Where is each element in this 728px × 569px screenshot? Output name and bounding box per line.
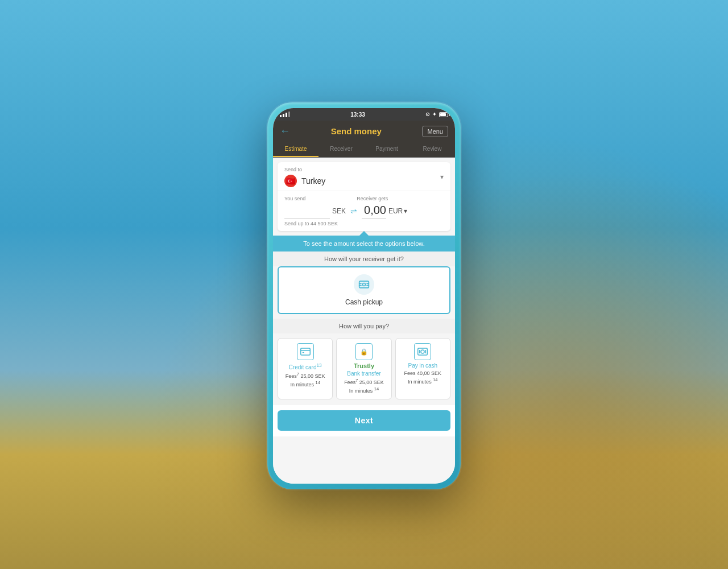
app-content: Send to 🇹🇷 Turkey ▾ xyxy=(273,158,455,484)
receive-currency-select[interactable]: EUR ▾ xyxy=(388,207,407,215)
chevron-down-icon: ▾ xyxy=(440,173,444,181)
info-banner: To see the amount select the options bel… xyxy=(273,236,455,251)
battery-fill xyxy=(440,113,446,116)
svg-rect-2 xyxy=(300,348,310,355)
tab-bar: Estimate Receiver Payment Review xyxy=(273,142,455,158)
cash-pickup-svg xyxy=(358,279,370,290)
payment-options: Credit card13 Fees7 25,00 SEK In minutes… xyxy=(273,333,455,404)
amount-row: 100,00 SEK ⇌ 0,00 EUR xyxy=(284,204,444,218)
delivery-option-cash-pickup[interactable]: Cash pickup xyxy=(278,266,450,314)
svg-rect-0 xyxy=(359,281,369,288)
scene: 13:33 ⊙ ✦ ← Send money Menu xyxy=(0,0,728,569)
send-to-label: Send to xyxy=(284,167,436,172)
receive-amount-col: 0,00 xyxy=(362,204,386,218)
credit-card-icon xyxy=(297,343,314,360)
send-amount-input[interactable]: 100,00 xyxy=(284,204,330,217)
receiver-gets-label: Receiver gets xyxy=(357,196,388,201)
battery-icon xyxy=(439,112,448,117)
receive-amount: 0,00 xyxy=(364,204,386,217)
next-button-area: Next xyxy=(273,404,455,436)
next-button[interactable]: Next xyxy=(278,410,450,431)
swap-icon[interactable]: ⇌ xyxy=(350,207,357,216)
tab-estimate[interactable]: Estimate xyxy=(273,142,318,157)
svg-point-1 xyxy=(363,283,366,286)
receive-currency-label: EUR xyxy=(388,207,403,215)
delivery-section-label: How will your receiver get it? xyxy=(273,251,455,266)
menu-button[interactable]: Menu xyxy=(422,126,448,137)
send-currency: SEK xyxy=(332,207,346,215)
signal-indicator xyxy=(280,112,290,117)
trustly-icon: 🔒 xyxy=(355,343,373,360)
payment-option-bank-transfer[interactable]: 🔒 Trustly Bank transfer Fees7 25,00 SEK … xyxy=(336,338,391,399)
info-banner-text: To see the amount select the options bel… xyxy=(303,240,424,247)
amount-labels: You send Receiver gets xyxy=(284,196,444,201)
you-send-label: You send xyxy=(284,196,305,201)
pay-cash-svg xyxy=(417,348,428,356)
country-flag: 🇹🇷 xyxy=(284,175,297,187)
phone-outer: 13:33 ⊙ ✦ ← Send money Menu xyxy=(267,102,461,489)
tab-review[interactable]: Review xyxy=(410,142,455,157)
bluetooth-icon: ✦ xyxy=(432,112,437,117)
pay-in-cash-name: Pay in cash xyxy=(408,362,437,369)
location-icon: ⊙ xyxy=(425,112,430,117)
signal-bar-3 xyxy=(286,113,287,117)
bank-transfer-sublabel: Bank transfer xyxy=(347,370,380,377)
payment-option-credit-card[interactable]: Credit card13 Fees7 25,00 SEK In minutes… xyxy=(278,338,333,399)
currency-chevron-icon: ▾ xyxy=(404,207,407,215)
send-underline xyxy=(284,218,330,218)
status-icons: ⊙ ✦ xyxy=(425,112,448,117)
cash-pickup-label: Cash pickup xyxy=(345,298,383,306)
country-name: Turkey xyxy=(301,176,436,185)
send-to-row[interactable]: Send to 🇹🇷 Turkey ▾ xyxy=(278,162,450,191)
header-title: Send money xyxy=(331,126,382,136)
credit-card-name: Credit card13 xyxy=(289,362,322,370)
bank-transfer-name: Trustly xyxy=(354,362,374,369)
payment-section-label: How will you pay? xyxy=(273,319,455,333)
receive-underline xyxy=(362,218,386,218)
pay-in-cash-fees: Fees 40,00 SEK In minutes 14 xyxy=(404,370,442,385)
trustly-logo: 🔒 xyxy=(360,348,368,356)
signal-bar-1 xyxy=(280,115,282,117)
signal-bar-4 xyxy=(288,112,290,117)
credit-card-svg xyxy=(300,348,311,356)
send-amount-col: 100,00 xyxy=(284,204,330,218)
tab-payment[interactable]: Payment xyxy=(364,142,410,157)
status-time: 13:33 xyxy=(350,112,365,118)
send-limit: Send up to 44 500 SEK xyxy=(284,221,444,226)
flag-emoji: 🇹🇷 xyxy=(286,177,295,185)
phone-wrapper: 13:33 ⊙ ✦ ← Send money Menu xyxy=(267,102,461,489)
signal-bar-2 xyxy=(283,114,284,117)
credit-card-fees: Fees7 25,00 SEK In minutes 14 xyxy=(286,372,325,388)
svg-point-5 xyxy=(421,350,424,353)
status-bar: 13:33 ⊙ ✦ xyxy=(273,108,455,121)
bank-transfer-fees: Fees7 25,00 SEK In minutes 14 xyxy=(344,378,384,394)
amount-section: You send Receiver gets 100,00 SEK ⇌ xyxy=(278,191,450,231)
cash-pickup-icon xyxy=(354,274,374,295)
app-header: ← Send money Menu xyxy=(273,121,455,142)
tab-receiver[interactable]: Receiver xyxy=(318,142,364,157)
phone-inner: 13:33 ⊙ ✦ ← Send money Menu xyxy=(273,108,455,484)
pay-in-cash-icon xyxy=(414,343,431,360)
send-to-card: Send to 🇹🇷 Turkey ▾ xyxy=(278,162,450,231)
payment-option-pay-in-cash[interactable]: Pay in cash Fees 40,00 SEK In minutes 14 xyxy=(395,338,450,399)
back-button[interactable]: ← xyxy=(280,125,290,137)
